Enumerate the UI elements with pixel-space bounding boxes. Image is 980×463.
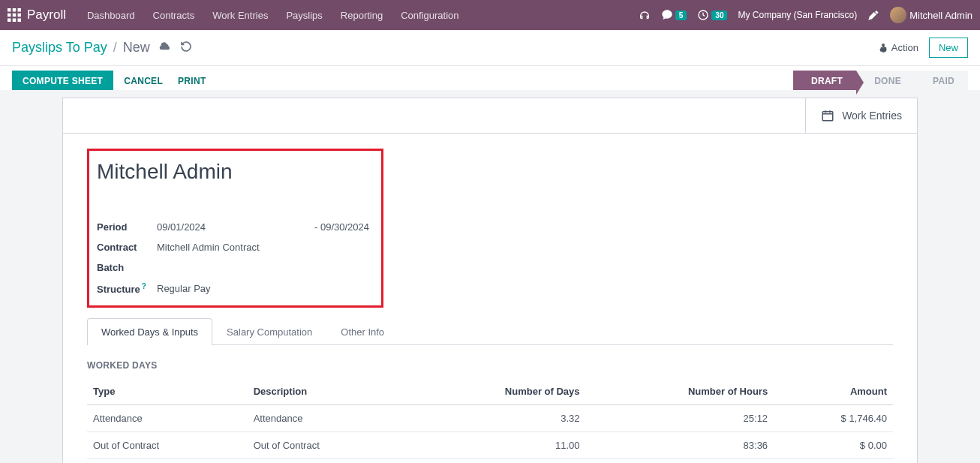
period-label: Period xyxy=(97,221,157,233)
company-selector[interactable]: My Company (San Francisco) xyxy=(738,10,857,20)
print-button[interactable]: PRINT xyxy=(178,76,206,86)
work-entries-label: Work Entries xyxy=(842,110,902,122)
svg-rect-5 xyxy=(18,14,22,17)
action-button[interactable]: Action xyxy=(878,42,918,53)
cell-amount: $ 1,746.40 xyxy=(774,405,893,432)
cell-hours: 25:12 xyxy=(586,405,774,432)
breadcrumb-parent[interactable]: Payslips To Pay xyxy=(12,40,107,56)
tabs: Worked Days & Inputs Salary Computation … xyxy=(87,318,893,345)
field-batch: Batch xyxy=(97,262,374,273)
contract-label: Contract xyxy=(97,242,157,253)
form-sheet: Work Entries Mitchell Admin Period 09/01… xyxy=(62,98,918,463)
svg-rect-7 xyxy=(13,19,17,23)
tools-icon[interactable] xyxy=(867,9,879,21)
nav-configuration[interactable]: Configuration xyxy=(393,5,466,26)
field-period: Period 09/01/2024 - 09/30/2024 xyxy=(97,221,374,233)
highlighted-region: Mitchell Admin Period 09/01/2024 - 09/30… xyxy=(87,149,383,308)
cell-amount: $ 0.00 xyxy=(774,432,893,459)
compute-sheet-button[interactable]: COMPUTE SHEET xyxy=(12,71,113,92)
tab-worked-days[interactable]: Worked Days & Inputs xyxy=(87,318,212,345)
batch-label: Batch xyxy=(97,262,157,273)
field-structure: Structure? Regular Pay xyxy=(97,282,374,295)
col-desc[interactable]: Description xyxy=(248,378,408,405)
avatar xyxy=(890,7,906,23)
col-amount[interactable]: Amount xyxy=(774,378,893,405)
app-title[interactable]: Payroll xyxy=(27,8,66,23)
svg-rect-3 xyxy=(8,14,11,17)
nav-reporting[interactable]: Reporting xyxy=(333,5,390,26)
nav-contracts[interactable]: Contracts xyxy=(146,5,203,26)
topnav-right: 5 30 My Company (San Francisco) Mitchell… xyxy=(639,7,972,23)
messages-icon[interactable]: 5 xyxy=(661,9,687,21)
status-steps: DRAFT DONE PAID xyxy=(793,71,968,92)
cell-type: Out of Contract xyxy=(87,432,248,459)
messages-badge: 5 xyxy=(675,11,687,20)
discard-icon[interactable] xyxy=(180,41,192,55)
field-contract: Contract Mitchell Admin Contract xyxy=(97,242,374,253)
support-icon[interactable] xyxy=(639,9,651,21)
period-to[interactable]: - 09/30/2024 xyxy=(314,221,374,233)
svg-rect-4 xyxy=(13,14,17,17)
cell-hours: 83:36 xyxy=(586,432,774,459)
sheet-body: Mitchell Admin Period 09/01/2024 - 09/30… xyxy=(63,134,917,463)
breadcrumb: Payslips To Pay / New xyxy=(12,40,150,56)
top-nav: Payroll Dashboard Contracts Work Entries… xyxy=(0,0,980,30)
main-scroll[interactable]: Work Entries Mitchell Admin Period 09/01… xyxy=(0,90,980,463)
col-type[interactable]: Type xyxy=(87,378,248,405)
breadcrumb-bar: Payslips To Pay / New Action New xyxy=(0,30,980,66)
col-days[interactable]: Number of Days xyxy=(407,378,585,405)
cell-desc: Out of Contract xyxy=(248,432,408,459)
employee-name[interactable]: Mitchell Admin xyxy=(97,160,374,184)
nav-links: Dashboard Contracts Work Entries Payslip… xyxy=(80,5,467,26)
help-icon[interactable]: ? xyxy=(142,282,146,290)
svg-rect-2 xyxy=(18,8,22,12)
calendar-icon xyxy=(821,109,834,122)
structure-label: Structure? xyxy=(97,282,157,295)
activities-icon[interactable]: 30 xyxy=(697,9,727,21)
action-label: Action xyxy=(891,42,918,53)
cell-days: 11.00 xyxy=(407,432,585,459)
structure-value[interactable]: Regular Pay xyxy=(157,283,211,294)
apps-icon[interactable] xyxy=(8,8,21,22)
cloud-icon[interactable] xyxy=(159,41,171,55)
table-row[interactable]: Attendance Attendance 3.32 25:12 $ 1,746… xyxy=(87,405,893,432)
status-paid[interactable]: PAID xyxy=(915,71,968,92)
svg-rect-11 xyxy=(822,112,833,121)
cell-type: Attendance xyxy=(87,405,248,432)
nav-payslips[interactable]: Payslips xyxy=(278,5,329,26)
table-row[interactable]: Out of Contract Out of Contract 11.00 83… xyxy=(87,432,893,459)
work-entries-button[interactable]: Work Entries xyxy=(805,98,917,133)
svg-rect-6 xyxy=(8,19,11,23)
breadcrumb-sep: / xyxy=(113,40,117,56)
worked-days-table: Type Description Number of Days Number o… xyxy=(87,378,893,459)
cancel-button[interactable]: CANCEL xyxy=(124,76,163,86)
user-name: Mitchell Admin xyxy=(909,10,972,21)
sheet-top: Work Entries xyxy=(63,98,917,134)
status-done[interactable]: DONE xyxy=(856,71,915,92)
svg-rect-1 xyxy=(13,8,17,12)
new-button[interactable]: New xyxy=(929,38,968,58)
worked-days-title: WORKED DAYS xyxy=(87,360,893,371)
period-from[interactable]: 09/01/2024 xyxy=(157,221,206,233)
cell-desc: Attendance xyxy=(248,405,408,432)
svg-rect-8 xyxy=(18,19,22,23)
cell-days: 3.32 xyxy=(407,405,585,432)
breadcrumb-current: New xyxy=(123,40,150,56)
tab-salary-computation[interactable]: Salary Computation xyxy=(212,318,326,345)
status-draft[interactable]: DRAFT xyxy=(793,71,856,92)
col-hours[interactable]: Number of Hours xyxy=(586,378,774,405)
nav-dashboard[interactable]: Dashboard xyxy=(80,5,143,26)
svg-rect-0 xyxy=(8,8,11,12)
user-menu[interactable]: Mitchell Admin xyxy=(890,7,972,23)
tab-other-info[interactable]: Other Info xyxy=(326,318,398,345)
contract-value[interactable]: Mitchell Admin Contract xyxy=(157,242,260,253)
nav-work-entries[interactable]: Work Entries xyxy=(205,5,275,26)
activities-badge: 30 xyxy=(711,11,727,20)
